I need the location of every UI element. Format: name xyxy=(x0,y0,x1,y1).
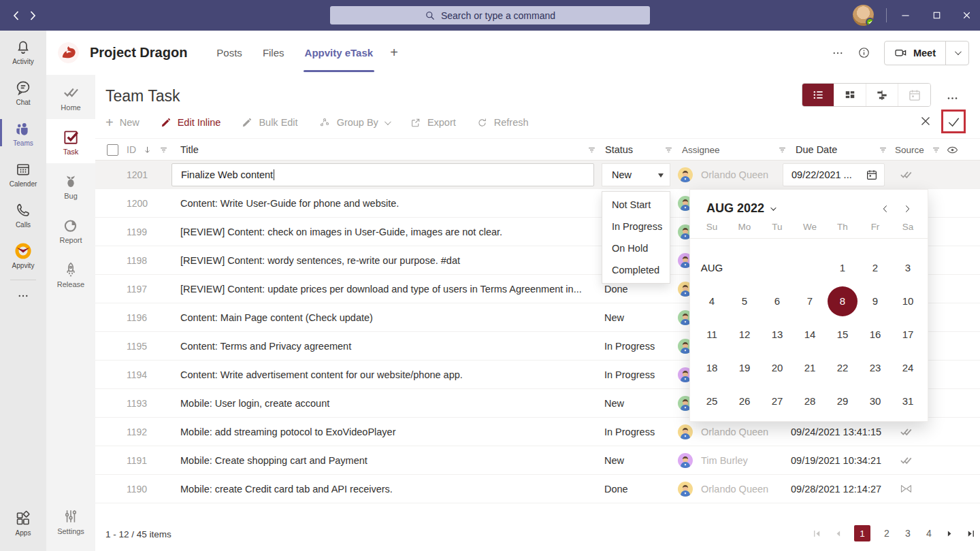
sidebar-item-calender[interactable]: Calender xyxy=(0,153,46,194)
add-tab-button[interactable]: + xyxy=(390,45,398,61)
calendar-day-cell[interactable]: 26 xyxy=(728,384,761,418)
cancel-edit-icon[interactable] xyxy=(918,114,933,129)
minimize-icon[interactable] xyxy=(900,10,911,21)
sidebar-item-activity[interactable]: Activity xyxy=(0,31,46,71)
sidebar-item-calls[interactable]: Calls xyxy=(0,194,46,235)
bulk-edit-button[interactable]: Bulk Edit xyxy=(241,117,297,129)
status-option-on-hold[interactable]: On Hold xyxy=(602,237,670,259)
column-header-status[interactable]: Status xyxy=(605,144,633,155)
calendar-day-cell[interactable]: 13 xyxy=(761,318,794,351)
list-view-button[interactable] xyxy=(802,84,834,106)
due-date-input[interactable]: 09/22/2021 ... xyxy=(783,163,885,186)
refresh-button[interactable]: Refresh xyxy=(476,117,529,129)
calendar-day-cell[interactable]: 23 xyxy=(859,351,892,384)
status-select[interactable]: New xyxy=(602,163,670,186)
edit-inline-button[interactable]: Edit Inline xyxy=(160,117,221,129)
back-icon[interactable] xyxy=(10,9,23,22)
title-edit-input[interactable]: Finalize Web content xyxy=(172,163,594,186)
calendar-day-cell[interactable]: 2 xyxy=(859,251,892,284)
calendar-month-selector[interactable]: AUG 2022 xyxy=(706,201,774,216)
new-task-button[interactable]: + New xyxy=(105,116,140,129)
calendar-day-cell[interactable]: 4 xyxy=(696,284,728,318)
forward-icon[interactable] xyxy=(26,9,39,22)
calendar-day-cell[interactable]: 10 xyxy=(892,284,924,318)
gantt-view-button[interactable] xyxy=(866,84,898,106)
search-input[interactable]: Search or type a command xyxy=(330,6,650,24)
save-edit-icon[interactable] xyxy=(941,110,966,133)
calendar-prev-month-icon[interactable] xyxy=(880,203,891,214)
status-option-not-start[interactable]: Not Start xyxy=(602,194,670,216)
last-page-icon[interactable] xyxy=(966,529,976,539)
calendar-day-cell[interactable]: 16 xyxy=(859,318,892,351)
more-apps-icon[interactable] xyxy=(0,283,46,309)
table-row[interactable]: 1192Mobile: add streaming potocol to Exo… xyxy=(95,418,980,446)
page-button-1[interactable]: 1 xyxy=(854,525,870,541)
table-row[interactable]: 1190Mobile: create Credit card tab and A… xyxy=(95,475,980,503)
calendar-day-cell[interactable]: 30 xyxy=(859,384,892,418)
view-more-icon[interactable] xyxy=(946,92,959,105)
filter-icon[interactable] xyxy=(159,145,169,155)
column-header-due-date[interactable]: Due Date xyxy=(796,144,837,155)
sidebar-item-chat[interactable]: Chat xyxy=(0,71,46,112)
calendar-day-cell[interactable]: 7 xyxy=(794,284,826,318)
status-option-completed[interactable]: Completed xyxy=(602,259,670,281)
calendar-day-cell[interactable]: 17 xyxy=(892,318,924,351)
filter-icon[interactable] xyxy=(664,145,674,155)
tab-posts[interactable]: Posts xyxy=(206,31,252,75)
sidebar-item-report[interactable]: Report xyxy=(46,207,95,252)
sidebar-item-release[interactable]: Release xyxy=(46,252,95,296)
sidebar-item-appvity[interactable]: Appvity xyxy=(0,235,46,276)
calendar-day-cell[interactable]: 27 xyxy=(761,384,794,418)
page-button-3[interactable]: 3 xyxy=(903,528,913,539)
calendar-day-cell[interactable]: 22 xyxy=(826,351,859,384)
calendar-day-cell[interactable]: 21 xyxy=(794,351,826,384)
sort-descending-icon[interactable] xyxy=(142,145,152,155)
calendar-next-month-icon[interactable] xyxy=(902,203,913,214)
tab-files[interactable]: Files xyxy=(252,31,295,75)
calendar-day-cell[interactable]: 9 xyxy=(859,284,892,318)
board-view-button[interactable] xyxy=(834,84,866,106)
calendar-day-cell[interactable]: 15 xyxy=(826,318,859,351)
calendar-day-cell[interactable]: 20 xyxy=(761,351,794,384)
filter-icon[interactable] xyxy=(878,145,888,155)
page-button-2[interactable]: 2 xyxy=(882,528,892,539)
meet-dropdown-button[interactable] xyxy=(946,41,968,65)
table-row[interactable]: 1201Orlando QueenFinalize Web contentNew… xyxy=(95,161,980,189)
sidebar-item-apps[interactable]: Apps xyxy=(0,502,46,543)
calendar-day-cell[interactable]: 5 xyxy=(728,284,761,318)
first-page-icon[interactable] xyxy=(812,529,822,539)
page-button-4[interactable]: 4 xyxy=(924,528,934,539)
meet-button[interactable]: Meet xyxy=(884,41,969,65)
filter-icon[interactable] xyxy=(931,145,941,155)
group-by-button[interactable]: Group By xyxy=(318,116,389,129)
export-button[interactable]: Export xyxy=(410,117,456,129)
calendar-day-cell[interactable]: 3 xyxy=(892,251,924,284)
close-icon[interactable] xyxy=(961,10,973,21)
sidebar-item-home[interactable]: Home xyxy=(46,75,95,119)
calendar-day-cell[interactable]: 18 xyxy=(696,351,728,384)
user-avatar[interactable] xyxy=(853,5,874,26)
column-header-id[interactable]: ID xyxy=(127,144,136,155)
calendar-day-cell[interactable]: 19 xyxy=(728,351,761,384)
date-picker-icon[interactable] xyxy=(866,169,878,181)
calendar-view-button[interactable] xyxy=(898,84,930,106)
sidebar-item-task[interactable]: Task xyxy=(46,119,95,163)
calendar-day-cell[interactable]: 25 xyxy=(696,384,728,418)
calendar-day-cell[interactable]: 11 xyxy=(696,318,728,351)
status-option-in-progress[interactable]: In Progress xyxy=(602,216,670,237)
info-icon[interactable] xyxy=(858,46,870,59)
sidebar-item-settings[interactable]: Settings xyxy=(46,499,95,543)
calendar-day-cell[interactable]: 8 xyxy=(826,284,859,318)
calendar-day-cell[interactable]: 12 xyxy=(728,318,761,351)
sidebar-item-teams[interactable]: Teams xyxy=(0,112,46,153)
tab-appvity-etask[interactable]: Appvity eTask xyxy=(295,31,384,75)
calendar-day-cell[interactable]: 1 xyxy=(826,251,859,284)
column-visibility-eye-icon[interactable] xyxy=(946,144,980,156)
select-all-checkbox[interactable] xyxy=(107,144,118,156)
calendar-day-cell[interactable]: 6 xyxy=(761,284,794,318)
calendar-day-cell[interactable]: 28 xyxy=(794,384,826,418)
calendar-day-cell[interactable]: 14 xyxy=(794,318,826,351)
column-header-assignee[interactable]: Assignee xyxy=(682,145,720,155)
column-header-source[interactable]: Source xyxy=(895,145,924,155)
calendar-day-cell[interactable]: 29 xyxy=(826,384,859,418)
